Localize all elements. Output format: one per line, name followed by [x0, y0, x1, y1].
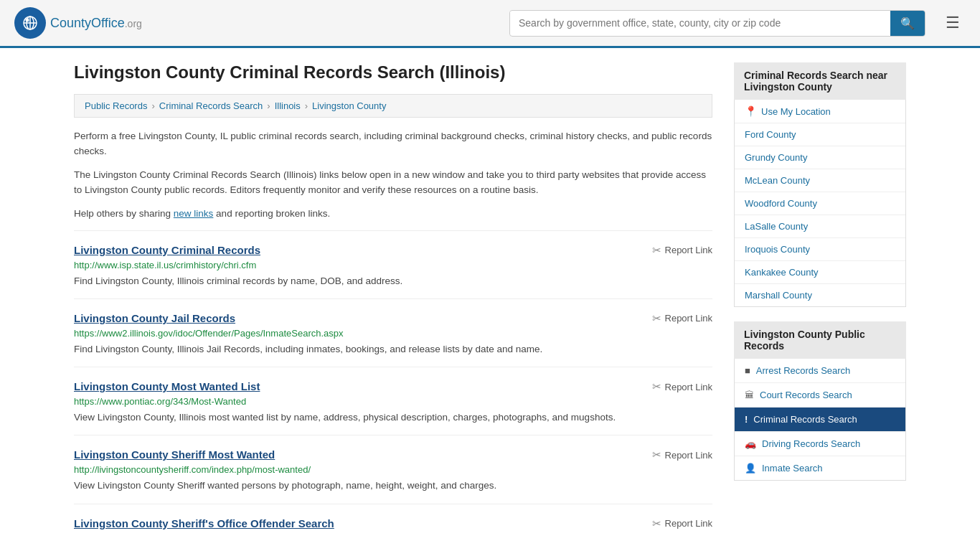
- content: Livingston County Criminal Records Searc…: [74, 62, 712, 543]
- sidebar-item-woodford[interactable]: Woodford County: [735, 192, 905, 215]
- report-icon-3: ✂: [652, 448, 661, 461]
- search-input[interactable]: [510, 11, 890, 34]
- description-para3: Help others by sharing new links and rep…: [74, 207, 712, 222]
- result-title-0[interactable]: Livingston County Criminal Records: [74, 244, 260, 256]
- kankakee-county-link[interactable]: Kankakee County: [745, 267, 819, 278]
- result-desc-2: View Livingston County, Illinois most wa…: [74, 410, 712, 425]
- result-item-0: Livingston County Criminal Records ✂ Rep…: [74, 230, 712, 298]
- sidebar-rec-criminal[interactable]: ! Criminal Records Search: [735, 408, 905, 432]
- desc-para3-post: and reporting broken links.: [213, 208, 330, 219]
- result-url-2[interactable]: https://www.pontiac.org/343/Most-Wanted: [74, 396, 712, 407]
- sidebar-rec-arrest[interactable]: ■ Arrest Records Search: [735, 359, 905, 383]
- breadcrumb-sep-2: ›: [267, 100, 270, 111]
- use-my-location-link[interactable]: Use My Location: [761, 106, 831, 117]
- result-header-3: Livingston County Sheriff Most Wanted ✂ …: [74, 448, 712, 461]
- search-button[interactable]: 🔍: [890, 11, 925, 36]
- lasalle-county-link[interactable]: LaSalle County: [745, 221, 808, 232]
- driving-records-link[interactable]: Driving Records Search: [762, 438, 860, 449]
- result-title-2[interactable]: Livingston County Most Wanted List: [74, 380, 260, 392]
- sidebar-item-marshall[interactable]: Marshall County: [735, 284, 905, 306]
- logo-text: CountyOffice.org: [50, 16, 142, 31]
- sidebar-rec-court[interactable]: 🏛 Court Records Search: [735, 383, 905, 408]
- sidebar-item-ford[interactable]: Ford County: [735, 123, 905, 146]
- result-item-4: Livingston County Sheriff's Office Offen…: [74, 504, 712, 543]
- court-icon: 🏛: [745, 390, 754, 400]
- breadcrumb: Public Records › Criminal Records Search…: [74, 94, 712, 118]
- page-title: Livingston County Criminal Records Searc…: [74, 62, 712, 83]
- report-icon-1: ✂: [652, 312, 661, 325]
- new-links-link[interactable]: new links: [174, 208, 214, 219]
- report-link-1[interactable]: ✂ Report Link: [652, 312, 712, 325]
- criminal-records-link[interactable]: Criminal Records Search: [753, 414, 857, 425]
- result-url-0[interactable]: http://www.isp.state.il.us/crimhistory/c…: [74, 260, 712, 270]
- main-container: Livingston County Criminal Records Searc…: [60, 48, 920, 551]
- report-label-3: Report Link: [665, 450, 712, 461]
- search-icon: 🔍: [900, 17, 915, 29]
- report-icon-0: ✂: [652, 244, 661, 257]
- report-link-0[interactable]: ✂ Report Link: [652, 244, 712, 257]
- sidebar-nearby-list: 📍 Use My Location Ford County Grundy Cou…: [734, 100, 906, 307]
- header: CountyOffice.org 🔍 ☰: [0, 0, 980, 48]
- result-url-3[interactable]: http://livingstoncountysheriff.com/index…: [74, 464, 712, 475]
- report-label-0: Report Link: [665, 245, 712, 255]
- court-records-link[interactable]: Court Records Search: [760, 390, 852, 400]
- sidebar-nearby-title: Criminal Records Search near Livingston …: [734, 62, 906, 100]
- location-pin-icon: 📍: [745, 105, 757, 117]
- menu-icon: ☰: [946, 14, 960, 32]
- arrest-records-link[interactable]: Arrest Records Search: [756, 365, 851, 376]
- sidebar-rec-driving[interactable]: 🚗 Driving Records Search: [735, 432, 905, 456]
- result-desc-1: Find Livingston County, Illinois Jail Re…: [74, 342, 712, 357]
- result-header-4: Livingston County Sheriff's Office Offen…: [74, 517, 712, 530]
- menu-button[interactable]: ☰: [940, 12, 966, 34]
- report-link-3[interactable]: ✂ Report Link: [652, 448, 712, 461]
- sidebar-item-mclean[interactable]: McLean County: [735, 169, 905, 192]
- sidebar-rec-inmate[interactable]: 👤 Inmate Search: [735, 456, 905, 480]
- logo-name: CountyOffice: [50, 16, 125, 30]
- marshall-county-link[interactable]: Marshall County: [745, 290, 812, 301]
- location-item: 📍 Use My Location: [745, 105, 895, 117]
- result-header-1: Livingston County Jail Records ✂ Report …: [74, 312, 712, 325]
- sidebar-item-kankakee[interactable]: Kankakee County: [735, 261, 905, 284]
- description-para2: The Livingston County Criminal Records S…: [74, 168, 712, 198]
- breadcrumb-sep-3: ›: [305, 100, 308, 111]
- report-label-1: Report Link: [665, 313, 712, 324]
- breadcrumb-link-livingston[interactable]: Livingston County: [312, 100, 386, 111]
- sidebar-item-lasalle[interactable]: LaSalle County: [735, 215, 905, 238]
- result-url-1[interactable]: https://www2.illinois.gov/idoc/Offender/…: [74, 328, 712, 339]
- search-bar: 🔍: [509, 10, 925, 37]
- iroquois-county-link[interactable]: Iroquois County: [745, 244, 810, 255]
- result-item-3: Livingston County Sheriff Most Wanted ✂ …: [74, 435, 712, 503]
- sidebar-item-iroquois[interactable]: Iroquois County: [735, 238, 905, 261]
- report-label-2: Report Link: [665, 382, 712, 392]
- description-para1: Perform a free Livingston County, IL pub…: [74, 129, 712, 159]
- report-link-4[interactable]: ✂ Report Link: [652, 517, 712, 530]
- logo-icon: [14, 7, 46, 39]
- report-icon-4: ✂: [652, 517, 661, 530]
- result-desc-0: Find Livingston County, Illinois crimina…: [74, 274, 712, 288]
- sidebar-item-location[interactable]: 📍 Use My Location: [735, 100, 905, 123]
- result-desc-3: View Livingston County Sheriff wanted pe…: [74, 479, 712, 493]
- breadcrumb-link-criminal-records[interactable]: Criminal Records Search: [159, 100, 263, 111]
- sidebar-item-grundy[interactable]: Grundy County: [735, 146, 905, 169]
- breadcrumb-link-illinois[interactable]: Illinois: [275, 100, 301, 111]
- result-title-3[interactable]: Livingston County Sheriff Most Wanted: [74, 448, 275, 461]
- result-item-2: Livingston County Most Wanted List ✂ Rep…: [74, 367, 712, 435]
- inmate-search-link[interactable]: Inmate Search: [762, 463, 823, 474]
- woodford-county-link[interactable]: Woodford County: [745, 198, 817, 209]
- breadcrumb-sep-1: ›: [151, 100, 154, 111]
- breadcrumb-link-public-records[interactable]: Public Records: [85, 100, 147, 111]
- results: Livingston County Criminal Records ✂ Rep…: [74, 230, 712, 543]
- grundy-county-link[interactable]: Grundy County: [745, 152, 807, 163]
- result-title-1[interactable]: Livingston County Jail Records: [74, 312, 235, 324]
- ford-county-link[interactable]: Ford County: [745, 129, 796, 140]
- sidebar-public-records-title: Livingston County Public Records: [734, 321, 906, 359]
- arrest-icon: ■: [745, 365, 750, 376]
- report-icon-2: ✂: [652, 380, 661, 393]
- logo[interactable]: CountyOffice.org: [14, 7, 142, 39]
- mclean-county-link[interactable]: McLean County: [745, 175, 810, 186]
- report-link-2[interactable]: ✂ Report Link: [652, 380, 712, 393]
- sidebar-records-list: ■ Arrest Records Search 🏛 Court Records …: [734, 359, 906, 481]
- result-header-0: Livingston County Criminal Records ✂ Rep…: [74, 244, 712, 257]
- logo-tld: .org: [125, 18, 142, 29]
- result-title-4[interactable]: Livingston County Sheriff's Office Offen…: [74, 517, 334, 529]
